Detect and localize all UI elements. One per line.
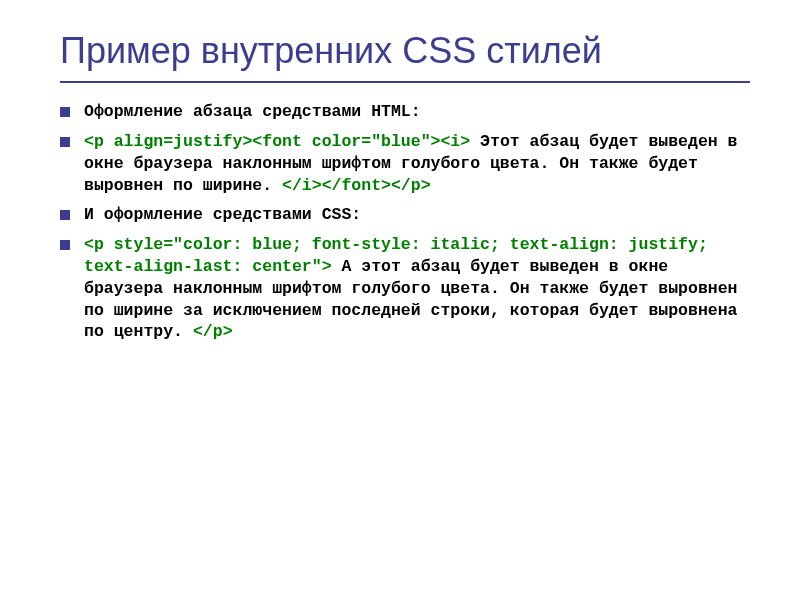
code-close-tag: </p>: [193, 322, 233, 341]
html-example: <p align=justify><font color="blue"><i> …: [84, 131, 750, 196]
label-css: И оформление средствами CSS:: [84, 204, 750, 226]
section-html-code: <p align=justify><font color="blue"><i> …: [60, 131, 750, 196]
page-title: Пример внутренних CSS стилей: [60, 30, 750, 83]
section-css-label: И оформление средствами CSS:: [60, 204, 750, 226]
css-example: <p style="color: blue; font-style: itali…: [84, 234, 750, 343]
code-open-tag: <p align=justify><font color="blue"><i>: [84, 132, 470, 151]
bullet-icon: [60, 107, 70, 117]
section-html-label: Оформление абзаца средствами HTML:: [60, 101, 750, 123]
bullet-icon: [60, 137, 70, 147]
slide-container: Пример внутренних CSS стилей Оформление …: [0, 0, 800, 600]
section-css-code: <p style="color: blue; font-style: itali…: [60, 234, 750, 343]
code-close-tag: </i></font></p>: [282, 176, 431, 195]
bullet-icon: [60, 240, 70, 250]
label-html: Оформление абзаца средствами HTML:: [84, 101, 750, 123]
bullet-icon: [60, 210, 70, 220]
